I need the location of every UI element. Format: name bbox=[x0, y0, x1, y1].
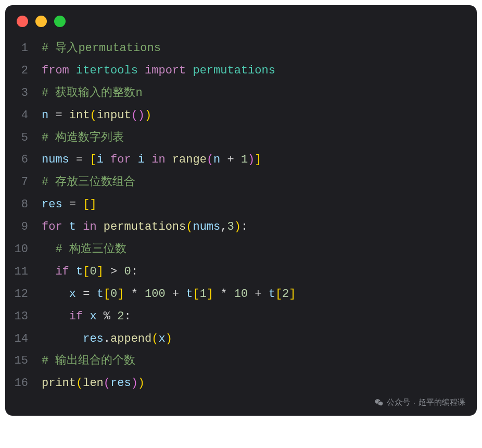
code-token: [ bbox=[90, 153, 96, 166]
code-token: x bbox=[158, 332, 165, 345]
code-token: # 输出组合的个数 bbox=[42, 354, 135, 367]
code-token: ( bbox=[186, 220, 193, 233]
code-content[interactable]: if t[0] > 0: bbox=[42, 261, 466, 283]
code-content[interactable]: # 构造三位数 bbox=[42, 239, 466, 261]
code-token bbox=[97, 220, 104, 233]
code-token: ( bbox=[207, 153, 213, 166]
code-token bbox=[179, 288, 186, 301]
code-line[interactable]: 12 x = t[0] * 100 + t[1] * 10 + t[2] bbox=[10, 283, 466, 306]
code-content[interactable]: print(len(res)) bbox=[42, 372, 466, 395]
code-token: + bbox=[172, 288, 179, 301]
code-token: * bbox=[131, 288, 138, 301]
code-content[interactable]: for t in permutations(nums,3): bbox=[42, 216, 466, 239]
code-token bbox=[248, 288, 255, 301]
code-token: # 构造数字列表 bbox=[42, 131, 124, 144]
code-line[interactable]: 10 # 构造三位数 bbox=[10, 239, 466, 261]
code-token bbox=[76, 220, 83, 233]
code-token: res bbox=[83, 332, 104, 345]
line-number: 6 bbox=[10, 149, 42, 171]
code-token: for bbox=[110, 153, 131, 166]
code-line[interactable]: 11 if t[0] > 0: bbox=[10, 261, 466, 283]
watermark: 公众号 · 超平的编程课 bbox=[374, 397, 465, 407]
code-line[interactable]: 14 res.append(x) bbox=[10, 328, 466, 351]
code-token: ] bbox=[289, 288, 296, 301]
code-line[interactable]: 13 if x % 2: bbox=[10, 306, 466, 328]
code-token: ( bbox=[131, 109, 138, 122]
code-token: ( bbox=[104, 377, 110, 390]
code-content[interactable]: x = t[0] * 100 + t[1] * 10 + t[2] bbox=[42, 283, 466, 306]
code-token bbox=[62, 109, 69, 122]
code-window: 1# 导入permutations2from itertools import … bbox=[5, 5, 477, 416]
code-token: , bbox=[220, 220, 227, 233]
code-content[interactable]: if x % 2: bbox=[42, 306, 466, 328]
code-content[interactable]: # 存放三位数组合 bbox=[42, 171, 466, 194]
code-content[interactable]: res = [] bbox=[42, 194, 466, 216]
code-token: permutations bbox=[193, 64, 275, 77]
minimize-icon[interactable] bbox=[35, 16, 47, 27]
code-token bbox=[62, 220, 69, 233]
line-number: 1 bbox=[10, 38, 42, 60]
code-token bbox=[42, 265, 55, 278]
code-content[interactable]: res.append(x) bbox=[42, 328, 466, 351]
code-content[interactable]: nums = [i for i in range(n + 1)] bbox=[42, 149, 466, 171]
code-content[interactable]: # 导入permutations bbox=[42, 38, 466, 60]
code-token: ) bbox=[138, 377, 145, 390]
code-token: nums bbox=[193, 220, 220, 233]
code-line[interactable]: 7# 存放三位数组合 bbox=[10, 171, 466, 194]
code-token: [ bbox=[104, 288, 110, 301]
code-token bbox=[76, 288, 83, 301]
code-line[interactable]: 3# 获取输入的整数n bbox=[10, 82, 466, 105]
code-line[interactable]: 6nums = [i for i in range(n + 1)] bbox=[10, 149, 466, 171]
line-number: 14 bbox=[10, 328, 42, 351]
code-token: [ bbox=[83, 198, 90, 211]
code-token: int bbox=[69, 109, 90, 122]
code-editor[interactable]: 1# 导入permutations2from itertools import … bbox=[5, 32, 477, 400]
code-token: 0 bbox=[110, 288, 117, 301]
code-token: > bbox=[110, 265, 117, 278]
code-line[interactable]: 15# 输出组合的个数 bbox=[10, 350, 466, 372]
code-token: [ bbox=[275, 288, 282, 301]
code-content[interactable]: # 获取输入的整数n bbox=[42, 82, 466, 105]
code-token: ] bbox=[207, 288, 213, 301]
code-token: 3 bbox=[227, 220, 234, 233]
line-number: 5 bbox=[10, 127, 42, 150]
code-token: len bbox=[83, 377, 104, 390]
code-line[interactable]: 1# 导入permutations bbox=[10, 38, 466, 60]
code-token: input bbox=[97, 109, 131, 122]
code-token: permutations bbox=[104, 220, 186, 233]
code-line[interactable]: 8res = [] bbox=[10, 194, 466, 216]
code-token: ( bbox=[76, 377, 83, 390]
code-content[interactable]: from itertools import permutations bbox=[42, 60, 466, 82]
code-token bbox=[83, 153, 90, 166]
code-line[interactable]: 2from itertools import permutations bbox=[10, 60, 466, 82]
code-token: = bbox=[83, 288, 90, 301]
line-number: 12 bbox=[10, 283, 42, 306]
code-content[interactable]: n = int(input()) bbox=[42, 105, 466, 127]
code-token: # 构造三位数 bbox=[55, 243, 126, 256]
code-line[interactable]: 9for t in permutations(nums,3): bbox=[10, 216, 466, 239]
code-token: 1 bbox=[241, 153, 248, 166]
code-token: in bbox=[83, 220, 96, 233]
code-token: = bbox=[55, 109, 62, 122]
code-token: : bbox=[241, 220, 248, 233]
code-content[interactable]: # 构造数字列表 bbox=[42, 127, 466, 150]
code-token: ( bbox=[90, 109, 96, 122]
code-token: t bbox=[69, 220, 76, 233]
code-line[interactable]: 16print(len(res)) bbox=[10, 372, 466, 395]
code-line[interactable]: 4n = int(input()) bbox=[10, 105, 466, 127]
code-token bbox=[186, 64, 193, 77]
line-number: 2 bbox=[10, 60, 42, 82]
code-content[interactable]: # 输出组合的个数 bbox=[42, 350, 466, 372]
code-token: x bbox=[90, 310, 96, 323]
code-token bbox=[62, 198, 69, 211]
code-token: # 存放三位数组合 bbox=[42, 176, 135, 189]
line-number: 15 bbox=[10, 350, 42, 372]
code-token bbox=[117, 265, 124, 278]
code-token: ] bbox=[117, 288, 124, 301]
code-token bbox=[227, 288, 234, 301]
code-token: for bbox=[42, 220, 62, 233]
code-token bbox=[42, 310, 69, 323]
close-icon[interactable] bbox=[17, 16, 28, 27]
code-line[interactable]: 5# 构造数字列表 bbox=[10, 127, 466, 150]
zoom-icon[interactable] bbox=[54, 16, 66, 27]
